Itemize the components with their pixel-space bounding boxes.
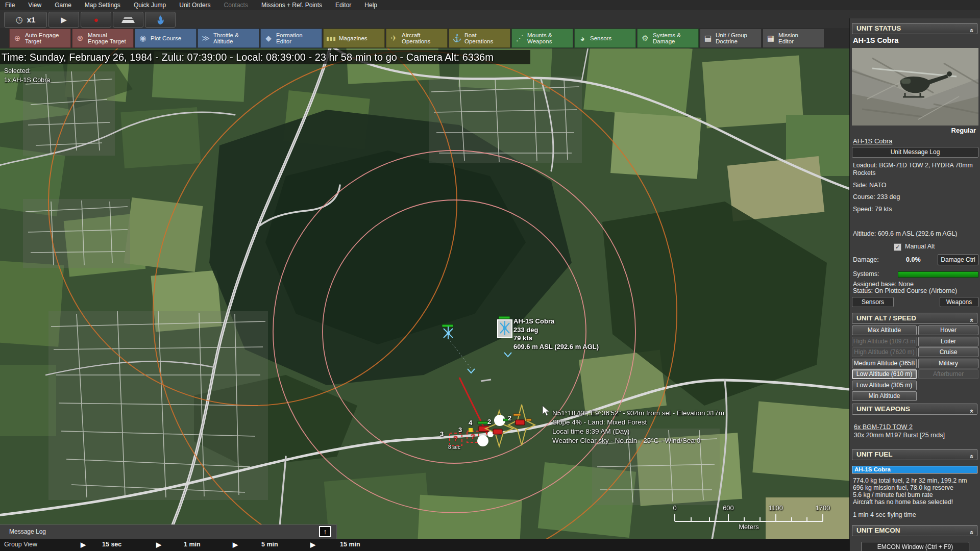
menu-missions-ref-points[interactable]: Missions + Ref. Points	[261, 2, 322, 9]
unit-altitude-label: 609.6 m ASL (292.6 m AGL)	[513, 343, 599, 352]
bookmark-jump-button[interactable]	[145, 12, 176, 28]
time-step-15sec[interactable]: 15 sec	[102, 541, 121, 548]
menu-unit-orders[interactable]: Unit Orders	[179, 2, 210, 9]
tactical-map[interactable]: Time: Sunday, February 26, 1984 - Zulu: …	[0, 48, 849, 551]
unit-fuel-header[interactable]: UNIT FUEL »	[852, 449, 977, 460]
claw-icon: ⋰	[512, 34, 527, 43]
plot-course-button[interactable]: ◉Plot Course	[135, 29, 197, 48]
fuel-selected-unit[interactable]: AH-1S Cobra	[852, 466, 977, 473]
gear-icon: ⚙	[638, 34, 653, 43]
speed-military-button[interactable]: Military	[918, 359, 978, 368]
waypoint-2a[interactable]: 2	[487, 418, 491, 425]
damage-ctrl-button[interactable]: Damage Ctrl	[938, 254, 978, 265]
speed-hover-button[interactable]: Hover	[918, 325, 978, 335]
selected-unit-datablock: AH-1S Cobra 233 deg 79 kts 609.6 m ASL (…	[513, 317, 599, 351]
unit-status-header[interactable]: UNIT STATUS »	[852, 23, 977, 34]
emcon-window-button[interactable]: EMCON Window (Ctrl + F9)	[861, 542, 969, 551]
unit-alt-speed-header[interactable]: UNIT ALT / SPEED »	[852, 313, 977, 324]
unit-name-label: AH-1S Cobra	[513, 317, 599, 326]
record-button[interactable]: ●	[81, 12, 111, 28]
menu-editor[interactable]: Editor	[335, 2, 351, 9]
collapse-chevron-icon[interactable]: »	[966, 531, 976, 534]
side-text: Side: NATO	[853, 182, 887, 189]
alt-max-button[interactable]: Max Altitude	[852, 325, 917, 335]
menu-file[interactable]: File	[5, 2, 15, 9]
flying-time-text: 1 min 4 sec flying time	[853, 511, 916, 519]
step-arrow-icon-1: ▶	[81, 541, 86, 548]
magazines-icon: ▮▮▮	[324, 36, 339, 41]
unit-speed-label: 79 kts	[513, 334, 599, 343]
alt-low-610-button[interactable]: Low Altitude (610 m)	[852, 369, 917, 379]
unknown-contact-mark-1[interactable]: ?	[453, 434, 458, 443]
time-compression-button[interactable]: ◷ x1	[4, 12, 47, 28]
weapons-button[interactable]: Weapons	[940, 297, 978, 307]
waypoint-4[interactable]: 4	[469, 419, 472, 427]
speed-loiter-button[interactable]: Loiter	[918, 337, 978, 346]
mission-editor-button[interactable]: ▦Mission Editor	[763, 29, 824, 48]
weapon-link-m197[interactable]: 30x 20mm M197 Burst [25 rnds]	[854, 432, 945, 439]
loadout-text: Loadout: BGM-71D TOW 2, HYDRA 70mm Rocke…	[853, 162, 977, 177]
mounts-weapons-button[interactable]: ⋰Mounts & Weapons	[511, 29, 573, 48]
time-step-5min[interactable]: 5 min	[261, 541, 278, 548]
unit-weapons-header[interactable]: UNIT WEAPONS »	[852, 404, 977, 415]
damage-label: Damage:	[853, 256, 879, 264]
damage-value: 0.0%	[906, 256, 921, 263]
weapon-link-tow[interactable]: 6x BGM-71D TOW 2	[854, 423, 913, 431]
sensors-button-ribbon[interactable]: ◕Sensors	[574, 29, 636, 48]
collapse-chevron-icon[interactable]: »	[966, 29, 976, 32]
waypoint-3b[interactable]: 3	[458, 426, 462, 434]
message-log-bar[interactable]: Message Log ↑	[0, 524, 337, 539]
fuel-line-burn-rate: 5.6 kg / minute fuel burn rate	[853, 492, 933, 499]
unit-message-log-button[interactable]: Unit Message Log	[852, 147, 978, 158]
collapse-chevron-icon[interactable]: »	[966, 455, 976, 458]
alt-medium-button[interactable]: Medium Altitude (3658	[852, 359, 917, 368]
collapse-chevron-icon[interactable]: »	[966, 409, 976, 413]
sensors-button[interactable]: Sensors	[852, 297, 894, 307]
scale-tick-1700: 1700	[807, 504, 838, 512]
collapse-chevron-icon[interactable]: »	[966, 318, 976, 322]
throttle-altitude-button[interactable]: ≫Throttle & Altitude	[198, 29, 259, 48]
menu-view[interactable]: View	[28, 2, 41, 9]
manual-engage-target-button[interactable]: ⊗Manual Engage Target	[72, 29, 134, 48]
menu-contacts: Contacts	[224, 2, 248, 9]
unit-db-link[interactable]: AH-1S Cobra	[853, 137, 892, 145]
unknown-contact-mark-2[interactable]: ?	[471, 432, 475, 441]
manual-alt-label: Manual Alt	[905, 243, 935, 250]
speed-afterburner-button: Afterburner	[918, 369, 978, 379]
formation-editor-button[interactable]: ◆Formation Editor	[260, 29, 322, 48]
alt-min-button[interactable]: Min Altitude	[852, 391, 917, 401]
aircraft-operations-button[interactable]: ✈Aircraft Operations	[386, 29, 448, 48]
menu-quick-jump[interactable]: Quick Jump	[134, 2, 166, 9]
alt-low-305-button[interactable]: Low Altitude (305 m)	[852, 381, 917, 390]
manual-alt-checkbox[interactable]: ✓	[894, 243, 901, 251]
menu-map-settings[interactable]: Map Settings	[85, 2, 120, 9]
boat-operations-button[interactable]: ⚓Boat Operations	[449, 29, 510, 48]
expand-message-log-button[interactable]: ↑	[319, 526, 331, 537]
group-view-label[interactable]: Group View	[4, 541, 37, 548]
systems-label: Systems:	[853, 270, 879, 278]
menu-game[interactable]: Game	[55, 2, 71, 9]
clock-icon: ◷	[16, 15, 23, 24]
manual-engage-icon: ⊗	[72, 34, 88, 43]
contact-age-timer: 8 sec	[448, 444, 460, 450]
magazines-button[interactable]: ▮▮▮Magazines	[323, 29, 385, 48]
ribbon-toolbar: ⊕Auto Engage Target ⊗Manual Engage Targe…	[0, 28, 849, 48]
unit-emcon-header[interactable]: UNIT EMCON »	[852, 525, 977, 536]
menu-help[interactable]: Help	[364, 2, 377, 9]
play-icon: ▶	[61, 15, 67, 24]
selected-label: Selected:	[4, 66, 50, 76]
time-step-15min[interactable]: 15 min	[340, 541, 360, 548]
selected-unit-ah1s[interactable]	[498, 316, 512, 337]
systems-damage-button[interactable]: ⚙Systems & Damage	[637, 29, 699, 48]
layers-button[interactable]	[113, 12, 143, 28]
speed-cruise-button[interactable]: Cruise	[918, 347, 978, 357]
time-step-1min[interactable]: 1 min	[184, 541, 201, 548]
cursor-info-block: N51°18'40", E9°36'52" - 934m from sel - …	[552, 409, 724, 445]
play-button[interactable]: ▶	[48, 12, 79, 28]
waypoint-2b[interactable]: 2	[508, 414, 511, 422]
unit-group-doctrine-button[interactable]: ▤Unit / Group Doctrine	[700, 29, 762, 48]
auto-engage-target-button[interactable]: ⊕Auto Engage Target	[9, 29, 71, 48]
radar-dome-icon: ◕	[575, 34, 590, 43]
waypoint-3a[interactable]: 3	[440, 430, 444, 438]
time-multiplier-value: x1	[27, 15, 36, 24]
